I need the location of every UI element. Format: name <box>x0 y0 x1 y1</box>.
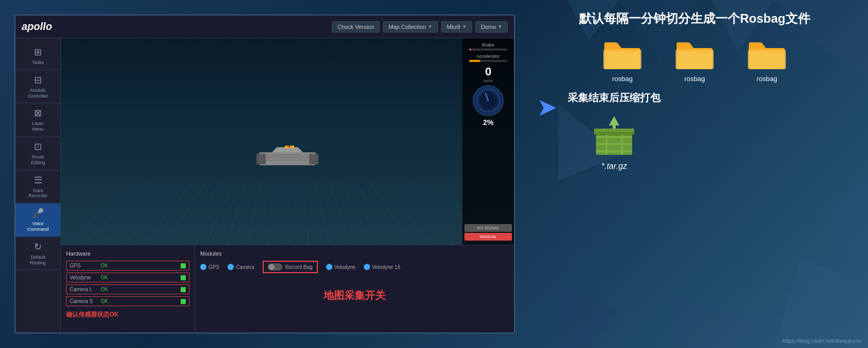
compress-section: 采集结束后压缩打包 <box>568 91 661 171</box>
svg-rect-12 <box>309 154 318 164</box>
check-version-button[interactable]: Check Version <box>332 21 380 33</box>
modules-panel: Modules GPS Camera Record Bag <box>195 245 514 333</box>
sidebar-item-voice-command[interactable]: 🎤 VoiceCommand <box>15 203 60 237</box>
module-record-bag[interactable]: Record Bag <box>263 261 318 273</box>
apollo-topbar: apollo Check Version Map Collection ▼ Mk… <box>15 15 514 38</box>
svg-marker-28 <box>609 116 619 131</box>
bottom-section: Hardware GPS OK Velodyne OK Camera L OK … <box>61 245 514 333</box>
folder-item-1: rosbag <box>602 37 643 83</box>
accelerator-bar-fill <box>469 60 480 62</box>
hardware-panel: Hardware GPS OK Velodyne OK Camera L OK … <box>61 245 195 333</box>
right-section: 默认每隔一分钟切分生成一个Rosbag文件 rosbag rosbag <box>521 0 868 348</box>
arrow-section: ➤ <box>537 95 557 120</box>
svg-rect-26 <box>605 132 607 155</box>
sidebar-item-layer-menu[interactable]: ⊠ LayerMenu <box>15 103 60 137</box>
velodyne16-module-dot <box>364 264 370 270</box>
folders-row: rosbag rosbag rosbag <box>537 37 853 83</box>
velodyne-indicator <box>181 275 186 280</box>
modules-title: Modules <box>200 250 509 257</box>
camera-l-status: OK <box>101 287 181 292</box>
svg-rect-24 <box>596 143 632 145</box>
sidebar-item-tasks[interactable]: ⊞ Tasks <box>15 42 60 70</box>
grid-floor <box>61 182 514 245</box>
modules-row: GPS Camera Record Bag Velodyne <box>200 261 509 273</box>
record-bag-label: Record Bag <box>285 264 313 270</box>
route-editing-icon: ⊡ <box>34 141 42 152</box>
svg-rect-25 <box>596 150 632 152</box>
default-routing-icon: ↻ <box>34 241 42 252</box>
vehicle-svg <box>256 145 318 170</box>
brake-bar <box>469 49 507 51</box>
watermark: https://blog.csdn.net/dreautumn <box>782 338 862 344</box>
vehicle-container <box>256 145 318 172</box>
manual-button[interactable]: MANUAL <box>464 233 512 241</box>
gps-status: OK <box>101 263 181 268</box>
camera-module-dot <box>228 264 234 270</box>
velodyne16-module-label: Velodyne 16 <box>372 264 400 270</box>
voice-command-icon: 🎤 <box>33 208 44 219</box>
camera-module-label: Camera <box>236 264 254 270</box>
svg-rect-16 <box>285 146 289 148</box>
folder-label-2: rosbag <box>684 75 705 83</box>
camera-l-indicator <box>181 287 186 292</box>
apollo-panel: apollo Check Version Map Collection ▼ Mk… <box>14 14 515 334</box>
gps-module-label: GPS <box>208 264 219 270</box>
camera-s-label: Camera S <box>70 298 101 304</box>
chevron-down-icon: ▼ <box>462 24 467 29</box>
folder-label-3: rosbag <box>757 75 777 83</box>
svg-rect-23 <box>596 136 632 138</box>
hardware-row-camera-s: Camera S OK <box>66 296 189 306</box>
gps-label: GPS <box>70 263 101 268</box>
camera-l-label: Camera L <box>70 287 101 292</box>
sidebar-item-module-controller[interactable]: ⊟ ModuleController <box>15 70 60 104</box>
speed-circle <box>473 85 504 116</box>
data-recorder-icon: ☰ <box>34 175 42 186</box>
record-bag-toggle[interactable] <box>268 263 282 271</box>
module-camera: Camera <box>228 264 254 270</box>
folder-icon-1 <box>602 37 643 71</box>
sidebar: ⊞ Tasks ⊟ ModuleController ⊠ LayerMenu ⊡… <box>15 38 61 333</box>
percent-value: 2% <box>483 118 493 126</box>
brake-section: Brake <box>464 42 512 52</box>
folder-icon-2 <box>674 37 715 71</box>
svg-rect-9 <box>259 152 316 165</box>
mkz8-dropdown[interactable]: Mkz8 ▼ <box>441 21 472 33</box>
folder-label-1: rosbag <box>612 75 633 83</box>
demo-dropdown[interactable]: Demo ▼ <box>475 21 508 33</box>
folder-icon-3 <box>746 37 787 71</box>
archive-label: *.tar.gz <box>601 162 627 171</box>
svg-rect-27 <box>621 132 623 155</box>
hardware-row-camera-l: Camera L OK <box>66 284 189 294</box>
brake-bar-fill <box>469 49 471 51</box>
module-controller-icon: ⊟ <box>34 74 42 86</box>
hardware-title: Hardware <box>66 250 189 257</box>
brake-label: Brake <box>464 42 512 48</box>
right-arrow-icon: ➤ <box>537 95 557 120</box>
svg-rect-11 <box>256 154 266 164</box>
sidebar-item-default-routing[interactable]: ↻ DefaultRouting <box>15 237 60 271</box>
archive-icon <box>591 111 637 157</box>
gps-module-dot <box>200 264 206 270</box>
compress-title: 采集结束后压缩打包 <box>568 91 661 105</box>
layer-menu-icon: ⊠ <box>34 107 42 119</box>
sidebar-item-route-editing[interactable]: ⊡ RouteEditing <box>15 137 60 170</box>
apollo-logo: apollo <box>22 21 52 33</box>
main-viewport: Brake Accelerator 0 km/h <box>61 38 514 245</box>
gauge-panel: Brake Accelerator 0 km/h <box>462 38 514 245</box>
no-signal-badge: NO SIGNAL <box>464 224 512 232</box>
module-velodyne: Velodyne <box>326 264 356 270</box>
accelerator-section: Accelerator <box>464 54 512 63</box>
module-velodyne16: Velodyne 16 <box>364 264 400 270</box>
gps-indicator <box>181 263 186 268</box>
right-title: 默认每隔一分钟切分生成一个Rosbag文件 <box>537 10 853 27</box>
hardware-row-velodyne: Velodyne OK <box>66 273 189 282</box>
map-collection-dropdown[interactable]: Map Collection ▼ <box>383 21 438 33</box>
sidebar-item-data-recorder[interactable]: ☰ DataRecorder <box>15 170 60 204</box>
hardware-row-gps: GPS OK <box>66 261 189 271</box>
speedometer-svg <box>474 87 502 115</box>
velodyne-module-dot <box>326 264 332 270</box>
folder-item-2: rosbag <box>674 37 715 83</box>
velodyne-label: Velodyne <box>70 275 101 280</box>
module-gps: GPS <box>200 264 219 270</box>
camera-s-indicator <box>181 299 186 304</box>
